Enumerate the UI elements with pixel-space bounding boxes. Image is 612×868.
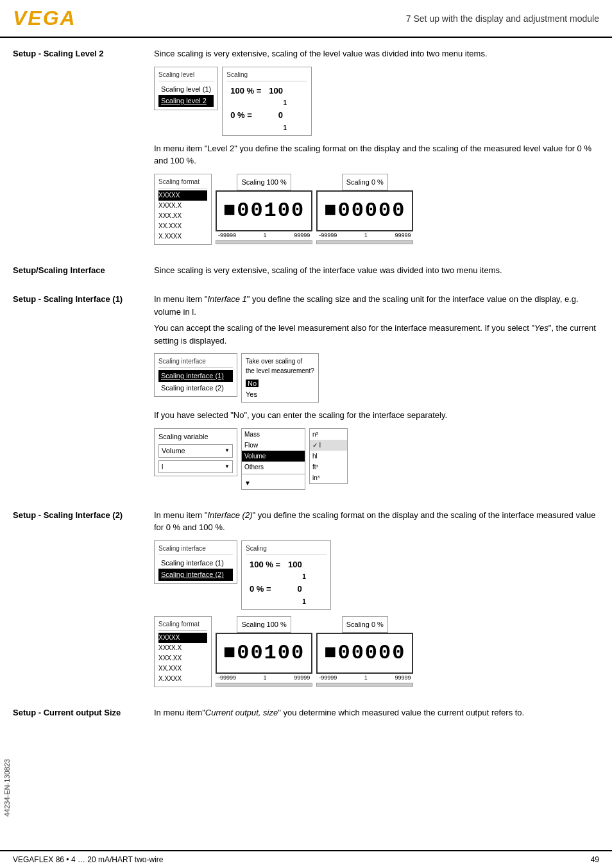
scaling-0pct-wrapper: Scaling 0 % ■00000 -99999 1 99999 (316, 174, 413, 244)
section-body-scaling-level-2: Since scaling is very extensive, scaling… (154, 47, 599, 251)
no-option[interactable]: No (246, 378, 314, 389)
scaling-interface-item-2[interactable]: Scaling interface (2) (158, 382, 233, 394)
slider-0-2-track[interactable] (316, 683, 413, 687)
scaling-level-item-1[interactable]: Scaling level (1) (158, 83, 214, 96)
margin-number: 44234-EN-130823 (3, 759, 11, 817)
yes-option[interactable]: Yes (246, 389, 314, 400)
scaling-format-2-title: Scaling format (158, 619, 207, 631)
scaling-0-val: 0 (265, 108, 287, 123)
slider-0-max: 99999 (395, 231, 411, 240)
scaling-100pct-display: ■00100 (216, 190, 312, 231)
footer-left: VEGAFLEX 86 • 4 … 20 mA/HART two-wire (13, 855, 164, 864)
format-2-list: XXXXX XXXX.X XXX.XX XX.XXX X.XXXX (158, 633, 207, 684)
format-2-item-1[interactable]: XXXX.X (158, 643, 207, 653)
scaling-100pct-2-display: ■00100 (216, 633, 312, 674)
scaling-0pct-title-box: Scaling 0 % (342, 174, 388, 191)
s2-0-label: 0 % = (246, 581, 284, 597)
scaling-interface-ui-row: Scaling interface Scaling interface (1) … (154, 353, 599, 403)
para-scaling-level-2-2: In menu item "Level 2" you define the sc… (154, 142, 599, 167)
slider-100-min: -99999 (218, 231, 236, 240)
slider-100-track[interactable] (216, 240, 312, 244)
dropdown-arrow: ▼ (225, 447, 230, 455)
unit-hl[interactable]: hl (310, 451, 347, 462)
slider-0-labels: -99999 1 99999 (316, 231, 413, 240)
var-flow[interactable]: Flow (242, 440, 305, 451)
scaling-entry-title: Scaling (226, 70, 307, 81)
s2-0-sub-val: 1 (284, 597, 306, 606)
slider-100-2-min: -99999 (218, 674, 236, 683)
scaling-100pct-title-box: Scaling 100 % (237, 174, 291, 191)
variable-menu: Mass Flow Volume Others ▼ (241, 428, 305, 490)
format-item-4[interactable]: X.XXXX (158, 231, 207, 242)
var-mass[interactable]: Mass (242, 429, 305, 440)
scaling-100-sub-val: 1 (265, 98, 287, 108)
var-separator (242, 474, 305, 476)
scaling-100-val: 100 (265, 83, 287, 99)
section-current-output-size: Setup - Current output Size In menu item… (13, 706, 599, 723)
scaling-interface-2-item-2[interactable]: Scaling interface (2) (158, 569, 233, 581)
format-item-1[interactable]: XXXX.X (158, 201, 207, 211)
scaling-interface-menu-title: Scaling interface (158, 356, 233, 368)
format-2-item-4[interactable]: X.XXXX (158, 674, 207, 684)
header-title: 7 Set up with the display and adjustment… (406, 13, 599, 24)
format-list: XXXXX XXXX.X XXX.XX XX.XXX X.XXXX (158, 190, 207, 242)
header: VEGA 7 Set up with the display and adjus… (0, 0, 612, 38)
format-item-3[interactable]: XX.XXX (158, 221, 207, 231)
para-current-output-size-0: In menu item"Current output, size" you d… (154, 706, 599, 719)
scaling-100-sub (226, 98, 265, 108)
scaling-variable-row: Scaling variable Volume ▼ l ▼ Mass Flow … (154, 428, 599, 490)
slider-0-tick: 1 (364, 231, 368, 240)
scaling-level-ui-row: Scaling level Scaling level (1) Scaling … (154, 67, 599, 136)
slider-100-2-track[interactable] (216, 683, 312, 687)
para-scaling-level-2-1: Since scaling is very extensive, scaling… (154, 47, 599, 60)
section-scaling-interface: Setup/Scaling Interface Since scaling is… (13, 264, 599, 281)
scaling-unit-dropdown[interactable]: l ▼ (158, 460, 233, 474)
scaling-interface-2-ui-row: Scaling interface Scaling interface (1) … (154, 540, 599, 610)
unit-menu: n³ l hl ft³ in³ (309, 428, 348, 484)
format-item-0[interactable]: XXXXX (158, 190, 207, 201)
scaling-level-item-2[interactable]: Scaling level 2 (158, 95, 214, 107)
slider-100-labels: -99999 1 99999 (216, 231, 312, 240)
section-body-scaling-interface: Since scaling is very extensive, scaling… (154, 264, 599, 281)
slider-0-2-max: 99999 (395, 674, 411, 683)
var-others[interactable]: Others (242, 462, 305, 472)
section-scaling-interface-1: Setup - Scaling Interface (1) In menu it… (13, 293, 599, 496)
unit-l[interactable]: l (310, 440, 347, 451)
format-2-item-3[interactable]: XX.XXX (158, 664, 207, 674)
unit-ft3[interactable]: ft³ (310, 462, 347, 472)
scaling-interface-2-entry-box: Scaling 100 % = 100 1 0 % = 0 (241, 540, 331, 610)
format-2-item-0[interactable]: XXXXX (158, 633, 207, 643)
slider-100-tick: 1 (264, 231, 267, 240)
unit-n3[interactable]: n³ (310, 429, 347, 440)
slider-100-2-tick: 1 (264, 674, 267, 683)
scaling-interface-2-menu-title: Scaling interface (158, 544, 233, 555)
s2-100-label: 100 % = (246, 557, 284, 572)
unit-dropdown-arrow: ▼ (225, 463, 230, 471)
scaling-format-row: Scaling format XXXXX XXXX.X XXX.XX XX.XX… (154, 174, 599, 245)
slider-0-2-min: -99999 (319, 674, 337, 683)
scaling-0pct-2-wrapper: Scaling 0 % ■00000 -99999 1 99999 (316, 616, 413, 687)
para-scaling-interface-1: Since scaling is very extensive, scaling… (154, 264, 599, 277)
scaling-interface-2-item-1[interactable]: Scaling interface (1) (158, 557, 233, 569)
s2-100-sub (246, 572, 284, 581)
slider-0-track[interactable] (316, 240, 413, 244)
section-label-scaling-level-2: Setup - Scaling Level 2 (13, 47, 154, 251)
section-scaling-interface-2: Setup - Scaling Interface (2) In menu it… (13, 509, 599, 694)
format-2-item-2[interactable]: XXX.XX (158, 653, 207, 664)
scaling-format-box: Scaling format XXXXX XXXX.X XXX.XX XX.XX… (154, 174, 212, 245)
scaling-level-menu: Scaling level Scaling level (1) Scaling … (154, 67, 218, 110)
scaling-variable-box: Scaling variable Volume ▼ l ▼ (154, 428, 237, 477)
var-volume[interactable]: Volume (242, 451, 305, 462)
scaling-100-label: 100 % = (226, 83, 265, 99)
slider-100-max: 99999 (294, 231, 310, 240)
var-arrow-down[interactable]: ▼ (242, 477, 305, 489)
scaling-variable-dropdown[interactable]: Volume ▼ (158, 444, 233, 458)
scaling-0pct-2-display: ■00000 (316, 633, 413, 674)
scaling-0pct-display: ■00000 (316, 190, 413, 231)
section-label-scaling-interface: Setup/Scaling Interface (13, 264, 154, 281)
scaling-interface-item-1[interactable]: Scaling interface (1) (158, 370, 233, 382)
format-item-2[interactable]: XXX.XX (158, 211, 207, 221)
unit-in3[interactable]: in³ (310, 472, 347, 483)
s2-100-sub-val: 1 (284, 572, 306, 581)
scaling-100pct-2-wrapper: Scaling 100 % ■00100 -99999 1 99999 (216, 616, 312, 687)
